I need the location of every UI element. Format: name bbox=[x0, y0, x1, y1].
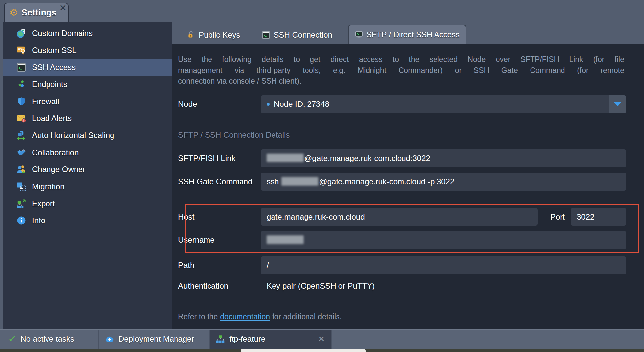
node-select[interactable]: Node ID: 27348 bbox=[261, 95, 626, 113]
sidebar-item-label: Change Owner bbox=[32, 165, 85, 174]
sftp-link-row: SFTP/FISH Link @gate.manage.ruk-com.clou… bbox=[178, 149, 637, 167]
sidebar-item-label: Firewall bbox=[32, 97, 59, 106]
authentication-label: Authentication bbox=[178, 277, 228, 295]
shield-icon bbox=[16, 97, 26, 106]
gear-icon: ⚙ bbox=[9, 8, 18, 17]
description-line: management via third-party tools, e.g. M… bbox=[178, 65, 624, 76]
footer-text: Refer to the bbox=[178, 312, 218, 321]
tab-sftp-direct-ssh-access[interactable]: SFTP / Direct SSH Access bbox=[348, 25, 466, 44]
sidebar-item-info[interactable]: Info bbox=[3, 212, 172, 229]
cloud-upload-icon bbox=[105, 335, 114, 344]
environment-tab-label: ftp-feature bbox=[229, 335, 265, 344]
sftp-access-panel: Use the following details to get direct … bbox=[172, 44, 644, 329]
sidebar-item-label: Custom SSL bbox=[32, 46, 77, 55]
host-field[interactable]: gate.manage.ruk-com.cloud bbox=[261, 208, 538, 226]
port-label: Port bbox=[550, 208, 565, 226]
sftp-link-label: SFTP/FISH Link bbox=[178, 149, 235, 167]
sidebar-item-ssh-access[interactable]: SSH Access bbox=[3, 59, 172, 76]
status-bar: ✓ No active tasks Deployment Manager ftp… bbox=[0, 329, 644, 349]
tab-ssh-connection[interactable]: SSH Connection bbox=[256, 26, 338, 44]
authentication-row: Authentication Key pair (OpenSSH or PuTT… bbox=[178, 277, 637, 295]
sidebar-item-label: SSH Access bbox=[32, 63, 76, 72]
footer-note: Refer to thedocumentationfor additional … bbox=[178, 311, 342, 322]
sidebar-item-auto-horizontal-scaling[interactable]: Auto Horizontal Scaling bbox=[3, 127, 172, 144]
masked-username-value bbox=[267, 235, 304, 244]
description-line: Use the following details to get direct … bbox=[178, 54, 624, 65]
masked-username-value bbox=[281, 177, 318, 186]
globe-icon bbox=[16, 28, 26, 38]
ssh-gate-field[interactable]: ssh@gate.manage.ruk-com.cloud -p 3022 bbox=[261, 173, 626, 191]
terminal-icon bbox=[262, 31, 270, 39]
sidebar-item-label: Endpoints bbox=[32, 80, 67, 89]
host-label: Host bbox=[178, 208, 194, 226]
window-tabbar: ⚙ Settings ✕ bbox=[0, 0, 644, 22]
endpoints-icon bbox=[16, 79, 26, 89]
sidebar-item-export[interactable]: Export bbox=[3, 195, 172, 212]
path-row: Path / bbox=[178, 256, 637, 274]
sidebar-item-change-owner[interactable]: Change Owner bbox=[3, 161, 172, 178]
description-text: Use the following details to get direct … bbox=[178, 54, 624, 87]
tab-public-keys[interactable]: Public Keys bbox=[181, 26, 246, 44]
ssh-gate-value: @gate.manage.ruk-com.cloud -p 3022 bbox=[319, 177, 454, 186]
node-label: Node bbox=[178, 95, 197, 113]
handshake-icon bbox=[16, 148, 26, 158]
sidebar-item-endpoints[interactable]: Endpoints bbox=[3, 76, 172, 93]
window-tab-title: Settings bbox=[21, 8, 57, 18]
info-icon bbox=[16, 216, 26, 225]
users-icon bbox=[16, 164, 26, 174]
path-field[interactable]: / bbox=[261, 256, 626, 274]
settings-window-tab[interactable]: ⚙ Settings ✕ bbox=[4, 3, 69, 22]
sftp-link-field[interactable]: @gate.manage.ruk-com.cloud:3022 bbox=[261, 149, 626, 167]
username-field[interactable] bbox=[261, 231, 626, 249]
scaling-icon bbox=[16, 131, 26, 140]
mail-alert-icon bbox=[16, 113, 26, 123]
deployment-manager-button[interactable]: Deployment Manager bbox=[99, 330, 210, 349]
node-selected-value: Node ID: 27348 bbox=[274, 95, 329, 113]
sidebar-item-migration[interactable]: Migration bbox=[3, 178, 172, 195]
migration-icon bbox=[16, 182, 26, 191]
path-value: / bbox=[267, 261, 269, 270]
sidebar-item-label: Load Alerts bbox=[32, 114, 72, 123]
close-icon[interactable]: ✕ bbox=[59, 3, 67, 13]
port-field[interactable]: 3022 bbox=[571, 208, 626, 226]
sidebar-item-load-alerts[interactable]: Load Alerts bbox=[3, 110, 172, 127]
sidebar-item-firewall[interactable]: Firewall bbox=[3, 93, 172, 110]
sidebar-item-custom-domains[interactable]: Custom Domains bbox=[3, 25, 172, 42]
tasks-status[interactable]: ✓ No active tasks bbox=[0, 330, 99, 349]
ssh-gate-row: SSH Gate Command ssh@gate.manage.ruk-com… bbox=[178, 173, 637, 191]
settings-window: ⚙ Settings ✕ Custom Domains Custom SSL S… bbox=[0, 0, 644, 352]
footer-text: for additional details. bbox=[272, 312, 342, 321]
check-icon: ✓ bbox=[8, 334, 16, 344]
close-icon[interactable]: ✕ bbox=[318, 334, 325, 344]
sidebar-item-custom-ssl[interactable]: Custom SSL bbox=[3, 42, 172, 59]
terminal-icon bbox=[16, 62, 26, 72]
node-dropdown-button[interactable] bbox=[609, 95, 626, 113]
tab-label: SFTP / Direct SSH Access bbox=[367, 30, 460, 39]
path-label: Path bbox=[178, 256, 194, 274]
tab-label: Public Keys bbox=[199, 30, 240, 40]
sftp-link-value: @gate.manage.ruk-com.cloud:3022 bbox=[304, 154, 430, 162]
ssh-gate-prefix: ssh bbox=[267, 177, 279, 186]
sidebar-item-label: Custom Domains bbox=[32, 29, 93, 38]
background-window-edge bbox=[241, 349, 366, 352]
node-row: Node Node ID: 27348 bbox=[178, 95, 637, 113]
environment-tab-ftp-feature[interactable]: ftp-feature ✕ bbox=[210, 330, 332, 349]
deployment-manager-label: Deployment Manager bbox=[118, 335, 194, 344]
section-title: SFTP / SSH Connection Details bbox=[178, 131, 290, 140]
documentation-link[interactable]: documentation bbox=[220, 312, 270, 321]
masked-username-value bbox=[267, 154, 304, 162]
host-row: Host gate.manage.ruk-com.cloud Port 3022 bbox=[178, 208, 637, 226]
ssh-gate-label: SSH Gate Command bbox=[178, 173, 252, 191]
sidebar-item-label: Auto Horizontal Scaling bbox=[32, 131, 114, 140]
sidebar-item-label: Collaboration bbox=[32, 148, 79, 157]
chevron-down-icon bbox=[614, 102, 621, 106]
certificate-icon bbox=[16, 45, 26, 55]
settings-sidebar: Custom Domains Custom SSL SSH Access End… bbox=[3, 22, 172, 329]
desktop-edge bbox=[0, 349, 644, 352]
export-icon bbox=[16, 199, 26, 209]
sidebar-item-label: Info bbox=[32, 216, 45, 225]
sidebar-item-collaboration[interactable]: Collaboration bbox=[3, 144, 172, 161]
sidebar-item-label: Export bbox=[32, 199, 55, 208]
content-tabbar: Public Keys SSH Connection SFTP / Direct… bbox=[172, 22, 644, 44]
tasks-status-label: No active tasks bbox=[20, 335, 74, 344]
